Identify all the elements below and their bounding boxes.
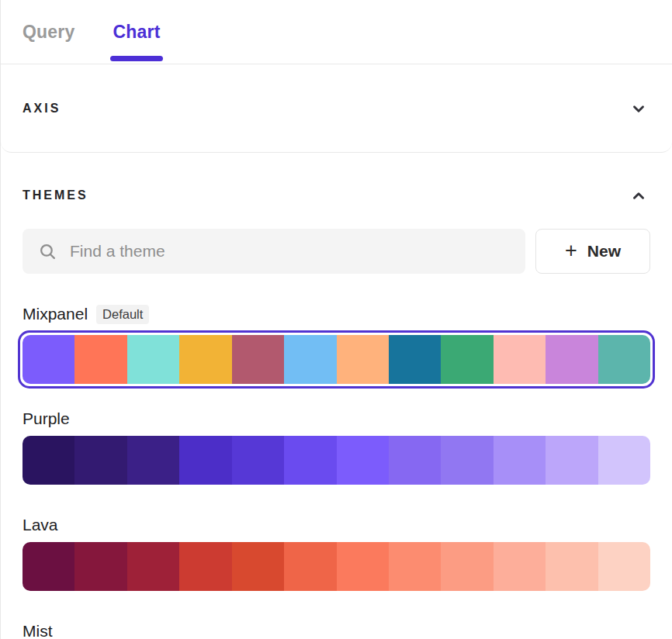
theme-search-box[interactable] [23, 229, 525, 274]
axis-expand-button[interactable] [627, 97, 650, 120]
theme-purple: Purple [23, 408, 650, 485]
swatch-cell [494, 542, 546, 591]
swatch-cell [441, 436, 493, 485]
new-theme-button-label: New [587, 242, 621, 261]
theme-name: Lava [23, 516, 58, 534]
swatch-cell [337, 436, 389, 485]
swatch-cell [546, 542, 598, 591]
chevron-up-icon [630, 187, 647, 204]
swatch-cell [127, 542, 179, 591]
swatch-cell [232, 542, 284, 591]
swatch-cell [389, 335, 441, 384]
swatch-cell [179, 436, 231, 485]
swatch-cell [546, 436, 598, 485]
theme-lava: Lava [23, 514, 650, 591]
swatch-cell [546, 335, 598, 384]
theme-name-row: Purple [23, 408, 650, 430]
swatch-cell [284, 335, 336, 384]
tab-bar: Query Chart [1, 0, 672, 64]
swatch-cell [179, 542, 231, 591]
swatch-cell [23, 436, 74, 485]
theme-mixpanel: Mixpanel Default [23, 303, 650, 389]
new-theme-button[interactable]: + New [535, 229, 650, 274]
themes-section: THEMES + New Mixpanel Default [1, 184, 672, 639]
swatch-cell [23, 542, 74, 591]
swatch-cell [598, 436, 650, 485]
active-tab-indicator [110, 56, 162, 61]
themes-header: THEMES [23, 184, 650, 207]
theme-name: Mixpanel [23, 305, 88, 323]
theme-swatch-row[interactable] [23, 436, 650, 485]
tab-query-label: Query [23, 22, 74, 43]
axis-section-title: AXIS [23, 102, 61, 116]
chart-settings-panel: { "tabs": { "items": [ { "label": "Query… [0, 0, 672, 639]
search-icon [38, 242, 57, 261]
theme-search-input[interactable] [70, 242, 510, 261]
swatch-cell [389, 436, 441, 485]
swatch-cell [494, 335, 546, 384]
theme-name: Purple [23, 409, 70, 428]
default-badge: Default [96, 305, 149, 324]
themes-collapse-button[interactable] [627, 184, 650, 207]
swatch-cell [441, 542, 493, 591]
swatch-cell [598, 335, 650, 384]
tab-query[interactable]: Query [23, 0, 74, 64]
swatch-cell [232, 335, 284, 384]
swatch-cell [127, 335, 179, 384]
swatch-cell [179, 335, 231, 384]
theme-swatch-outer [23, 436, 650, 485]
theme-swatch-outer [23, 542, 650, 591]
swatch-cell [441, 335, 493, 384]
theme-swatch-row[interactable] [23, 542, 650, 591]
swatch-cell [598, 542, 650, 591]
plus-icon: + [565, 240, 577, 261]
theme-mist: Mist [23, 620, 650, 639]
swatch-cell [127, 436, 179, 485]
swatch-cell [337, 335, 389, 384]
theme-name: Mist [23, 622, 53, 639]
swatch-cell [74, 335, 126, 384]
swatch-cell [23, 335, 74, 384]
theme-name-row: Mist [23, 620, 650, 639]
chevron-down-icon [630, 100, 647, 117]
tab-chart-label: Chart [113, 22, 160, 43]
swatch-cell [74, 436, 126, 485]
theme-name-row: Lava [23, 514, 650, 536]
themes-section-title: THEMES [23, 188, 88, 202]
swatch-cell [74, 542, 126, 591]
swatch-cell [232, 436, 284, 485]
theme-list: Mixpanel Default Purple Lava Mist [23, 303, 650, 639]
theme-name-row: Mixpanel Default [23, 303, 650, 325]
swatch-cell [494, 436, 546, 485]
tab-chart[interactable]: Chart [113, 0, 160, 64]
swatch-cell [284, 542, 336, 591]
theme-swatch-outer [18, 330, 655, 389]
swatch-cell [337, 542, 389, 591]
swatch-cell [389, 542, 441, 591]
swatch-cell [284, 436, 336, 485]
theme-search-row: + New [23, 229, 650, 274]
axis-section[interactable]: AXIS [1, 64, 672, 153]
theme-swatch-row[interactable] [23, 335, 650, 384]
